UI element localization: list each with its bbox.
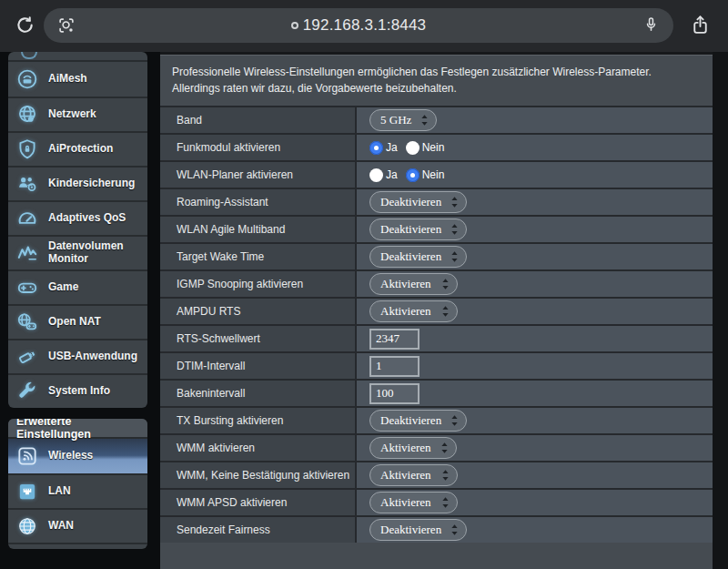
- advanced-settings-header: Erweiterte Einstellungen: [8, 419, 147, 439]
- sidebar-item-label: Netzwerk: [48, 108, 96, 121]
- sidebar-item-aiprotection[interactable]: AiProtection: [8, 131, 147, 166]
- setting-label: DTIM-Intervall: [160, 353, 357, 379]
- site-info-icon[interactable]: [291, 22, 298, 29]
- select-wmm-keine-best-tigung-aktivieren[interactable]: Aktivieren: [369, 464, 458, 486]
- input-bakenintervall[interactable]: [369, 383, 420, 404]
- lan-port-icon: [15, 479, 40, 504]
- aimesh-icon: [15, 66, 40, 92]
- select-chevrons-icon: [441, 496, 450, 509]
- settings-row-funkmodul-aktivieren: Funkmodul aktivieren JaNein: [160, 133, 713, 160]
- sidebar-item-label: WAN: [48, 520, 74, 533]
- select-value: Deaktivieren: [380, 413, 441, 428]
- parental-controls-icon: [15, 171, 40, 197]
- setting-label: WMM, Keine Bestätigung aktivieren: [160, 462, 357, 488]
- setting-label: WMM APSD aktivieren: [160, 490, 357, 515]
- sidebar-item-label: Wireless: [48, 450, 93, 462]
- sidebar-item-partial-bottom[interactable]: [8, 543, 147, 549]
- radio-button-icon[interactable]: [406, 141, 420, 155]
- radio-option-nein[interactable]: Nein: [406, 141, 445, 155]
- radio-group-wlan-planer-aktivieren: JaNein: [369, 168, 452, 182]
- radio-option-label: Nein: [422, 168, 445, 181]
- select-value: Aktivieren: [380, 277, 431, 291]
- select-band[interactable]: 5 GHz: [369, 109, 437, 131]
- sidebar-item-label: AiMesh: [48, 73, 87, 86]
- sidebar-item-label: USB-Anwendung: [48, 351, 137, 363]
- select-roaming-assistant[interactable]: Deaktivieren: [369, 191, 467, 213]
- sidebar-item-label: Open NAT: [48, 316, 101, 329]
- select-tx-bursting-aktivieren[interactable]: Deaktivieren: [369, 410, 467, 432]
- sidebar-item-open-nat[interactable]: Open NAT: [8, 304, 147, 339]
- radio-button-icon[interactable]: [369, 168, 383, 182]
- usb-icon: [15, 344, 40, 370]
- browser-toolbar: 192.168.3.1:8443: [0, 0, 728, 52]
- sidebar-item-aimesh[interactable]: AiMesh: [8, 62, 147, 97]
- sidebar-item-partial[interactable]: [8, 52, 147, 62]
- settings-row-wlan-planer-aktivieren: WLAN-Planer aktivieren JaNein: [160, 160, 713, 188]
- input-dtim-intervall[interactable]: [369, 356, 420, 377]
- settings-row-wmm-aktivieren: WMM aktivieren Aktivieren: [160, 433, 713, 461]
- setting-label: Band: [160, 107, 357, 133]
- settings-table: Band 5 GHz Funkmodul aktivieren JaNein W…: [160, 106, 713, 569]
- settings-row-igmp-snooping-aktivieren: IGMP Snooping aktivieren Aktivieren: [160, 269, 713, 297]
- select-igmp-snooping-aktivieren[interactable]: Aktivieren: [369, 273, 458, 295]
- radio-option-ja[interactable]: Ja: [369, 168, 398, 182]
- sidebar-item-datenvolumen-monitor[interactable]: Datenvolumen Monitor: [8, 235, 147, 269]
- sidebar-item-usb-anwendung[interactable]: USB-Anwendung: [8, 339, 147, 373]
- radio-option-ja[interactable]: Ja: [369, 141, 398, 155]
- sidebar-item-adaptives-qos[interactable]: Adaptives QoS: [8, 200, 147, 235]
- select-chevrons-icon: [450, 196, 459, 208]
- select-wmm-apsd-aktivieren[interactable]: Aktivieren: [369, 492, 458, 513]
- sidebar-item-label: AiProtection: [48, 143, 113, 156]
- radio-button-icon[interactable]: [406, 168, 420, 182]
- sidebar-item-game[interactable]: Game: [8, 269, 147, 304]
- settings-row-ampdu-rts: AMPDU RTS Aktivieren: [160, 297, 713, 324]
- sidebar-item-wan[interactable]: WAN: [8, 508, 147, 543]
- select-value: Deaktivieren: [380, 249, 441, 264]
- gamepad-icon: [15, 275, 40, 300]
- select-wlan-agile-multiband[interactable]: Deaktivieren: [369, 218, 467, 240]
- sidebar-item-lan[interactable]: LAN: [8, 473, 147, 508]
- select-target-wake-time[interactable]: Deaktivieren: [369, 246, 467, 268]
- shield-lock-icon: [15, 137, 40, 162]
- setting-label: WLAN-Planer aktivieren: [160, 162, 357, 188]
- setting-label: Sendezeit Fairness: [160, 517, 357, 543]
- wrench-icon: [15, 379, 40, 404]
- select-chevrons-icon: [441, 305, 450, 318]
- select-chevrons-icon: [450, 523, 459, 536]
- radio-button-icon[interactable]: [369, 141, 383, 155]
- select-sendezeit-fairness[interactable]: Deaktivieren: [369, 519, 467, 541]
- lens-icon[interactable]: [53, 12, 80, 39]
- select-wmm-aktivieren[interactable]: Aktivieren: [369, 437, 457, 459]
- mic-icon[interactable]: [637, 12, 664, 39]
- radio-option-nein[interactable]: Nein: [406, 168, 445, 182]
- sidebar-item-label: Game: [48, 281, 78, 294]
- share-icon[interactable]: [684, 10, 715, 41]
- sidebar-item-wireless[interactable]: Wireless: [8, 439, 147, 473]
- radio-group-funkmodul-aktivieren: JaNein: [369, 141, 452, 155]
- select-value: Deaktivieren: [380, 195, 441, 209]
- sidebar-navigation: AiMesh Netzwerk AiProtection Kindersiche…: [0, 52, 160, 569]
- traffic-monitor-icon: [15, 240, 40, 266]
- select-chevrons-icon: [450, 414, 459, 427]
- select-value: Deaktivieren: [380, 523, 441, 537]
- setting-label: Roaming-Assistant: [160, 189, 357, 215]
- select-value: Aktivieren: [380, 441, 431, 455]
- settings-row-bakenintervall: Bakenintervall: [160, 379, 713, 406]
- setting-label: RTS-Schwellwert: [160, 326, 357, 351]
- sidebar-item-system-info[interactable]: System Info: [8, 373, 147, 408]
- settings-row-tx-bursting-aktivieren: TX Bursting aktivieren Deaktivieren: [160, 406, 713, 433]
- sidebar-item-kindersicherung[interactable]: Kindersicherung: [8, 166, 147, 200]
- settings-row-sendezeit-fairness: Sendezeit Fairness Deaktivieren: [160, 515, 713, 543]
- main-content: Professionelle Wireless-Einstellungen er…: [160, 52, 713, 569]
- sidebar-item-label: LAN: [48, 485, 71, 498]
- sidebar-item-netzwerk[interactable]: Netzwerk: [8, 97, 147, 131]
- select-value: Aktivieren: [380, 468, 431, 483]
- select-ampdu-rts[interactable]: Aktivieren: [369, 300, 458, 322]
- settings-row-roaming-assistant: Roaming-Assistant Deaktivieren: [160, 188, 713, 215]
- settings-row-wmm-keine-best-tigung-aktivieren: WMM, Keine Bestätigung aktivieren Aktivi…: [160, 461, 713, 488]
- reload-icon[interactable]: [9, 10, 40, 41]
- settings-row-target-wake-time: Target Wake Time Deaktivieren: [160, 242, 713, 269]
- input-rts-schwellwert[interactable]: [369, 329, 420, 350]
- url-bar[interactable]: 192.168.3.1:8443: [44, 8, 673, 43]
- settings-row-wlan-agile-multiband: WLAN Agile Multiband Deaktivieren: [160, 215, 713, 242]
